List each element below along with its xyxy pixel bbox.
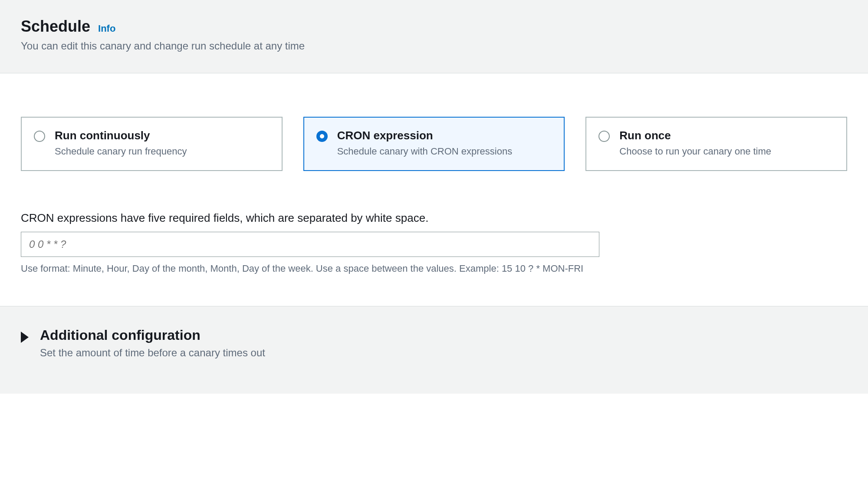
tile-title: Run once [619,129,834,142]
tile-run-once[interactable]: Run once Choose to run your canary one t… [585,117,847,171]
schedule-mode-tiles: Run continuously Schedule canary run fre… [21,117,847,171]
additional-config-title: Additional configuration [40,327,265,343]
radio-icon [34,131,45,142]
additional-config-description: Set the amount of time before a canary t… [40,347,265,359]
tile-cron-expression[interactable]: CRON expression Schedule canary with CRO… [303,117,565,171]
tile-run-continuously[interactable]: Run continuously Schedule canary run fre… [21,117,283,171]
tile-title: CRON expression [337,129,552,142]
schedule-title: Schedule [21,17,90,36]
additional-config-expander[interactable]: Additional configuration Set the amount … [21,327,847,359]
tile-text: CRON expression Schedule canary with CRO… [337,129,552,158]
schedule-header: Schedule Info You can edit this canary a… [0,0,868,73]
tile-description: Choose to run your canary one time [619,145,834,158]
tile-text: Run continuously Schedule canary run fre… [55,129,270,158]
tile-title: Run continuously [55,129,270,142]
schedule-subtitle: You can edit this canary and change run … [21,40,847,52]
schedule-title-row: Schedule Info [21,17,847,36]
cron-expression-input[interactable] [21,232,599,257]
tile-description: Schedule canary with CRON expressions [337,145,552,158]
schedule-body: Run continuously Schedule canary run fre… [0,73,868,306]
info-link[interactable]: Info [98,23,115,34]
tile-text: Run once Choose to run your canary one t… [619,129,834,158]
radio-icon [598,131,610,142]
cron-field-label: CRON expressions have five required fiel… [21,210,847,226]
additional-config-section: Additional configuration Set the amount … [0,306,868,394]
radio-icon [316,131,328,142]
expander-text: Additional configuration Set the amount … [40,327,265,359]
cron-field-hint: Use format: Minute, Hour, Day of the mon… [21,262,599,276]
tile-description: Schedule canary run frequency [55,145,270,158]
caret-right-icon [21,332,29,343]
